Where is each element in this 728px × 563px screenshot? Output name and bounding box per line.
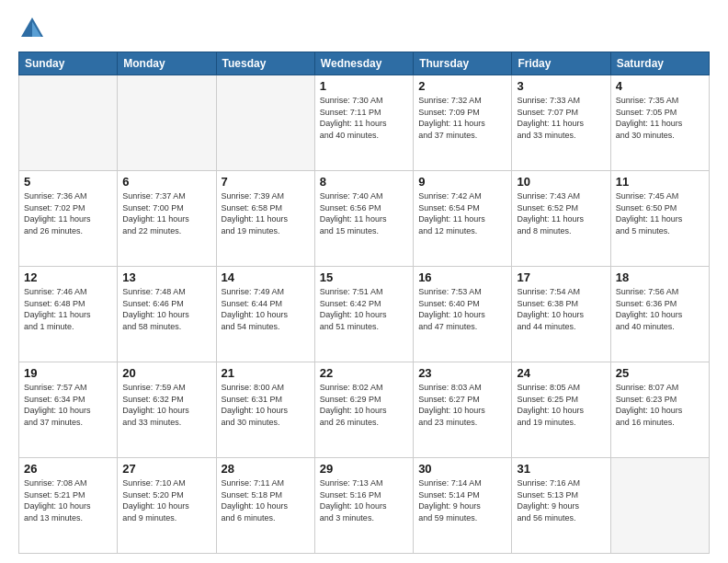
day-number: 24: [517, 366, 605, 380]
day-cell: 20Sunrise: 7:59 AM Sunset: 6:32 PM Dayli…: [118, 362, 216, 458]
day-number: 26: [24, 462, 112, 476]
day-info: Sunrise: 7:08 AM Sunset: 5:21 PM Dayligh…: [24, 477, 112, 523]
day-cell: 15Sunrise: 7:51 AM Sunset: 6:42 PM Dayli…: [314, 267, 413, 362]
day-number: 30: [418, 462, 506, 476]
day-info: Sunrise: 7:35 AM Sunset: 7:05 PM Dayligh…: [616, 95, 704, 141]
day-info: Sunrise: 7:33 AM Sunset: 7:07 PM Dayligh…: [517, 95, 605, 141]
day-cell: [19, 75, 118, 171]
week-row-3: 12Sunrise: 7:46 AM Sunset: 6:48 PM Dayli…: [19, 267, 710, 362]
col-header-sunday: Sunday: [19, 52, 118, 75]
day-number: 13: [122, 270, 210, 284]
day-cell: 17Sunrise: 7:54 AM Sunset: 6:38 PM Dayli…: [512, 267, 610, 362]
day-cell: [216, 75, 314, 171]
day-number: 29: [320, 462, 408, 476]
day-number: 7: [222, 175, 310, 189]
day-info: Sunrise: 7:49 AM Sunset: 6:44 PM Dayligh…: [222, 286, 310, 332]
day-info: Sunrise: 8:03 AM Sunset: 6:27 PM Dayligh…: [418, 382, 506, 428]
day-number: 15: [320, 270, 408, 284]
col-header-wednesday: Wednesday: [314, 52, 413, 75]
day-cell: 30Sunrise: 7:14 AM Sunset: 5:14 PM Dayli…: [414, 458, 512, 554]
day-cell: 21Sunrise: 8:00 AM Sunset: 6:31 PM Dayli…: [216, 362, 314, 458]
col-header-friday: Friday: [512, 52, 610, 75]
day-number: 17: [517, 270, 605, 284]
day-number: 20: [122, 366, 210, 380]
day-number: 5: [24, 175, 112, 189]
day-cell: 4Sunrise: 7:35 AM Sunset: 7:05 PM Daylig…: [610, 75, 709, 171]
day-number: 31: [517, 462, 605, 476]
day-cell: 23Sunrise: 8:03 AM Sunset: 6:27 PM Dayli…: [414, 362, 512, 458]
day-number: 22: [320, 366, 408, 380]
day-number: 21: [222, 366, 310, 380]
day-cell: 27Sunrise: 7:10 AM Sunset: 5:20 PM Dayli…: [118, 458, 216, 554]
day-number: 9: [418, 175, 506, 189]
day-info: Sunrise: 7:16 AM Sunset: 5:13 PM Dayligh…: [517, 477, 605, 523]
day-number: 1: [320, 79, 408, 93]
day-cell: 28Sunrise: 7:11 AM Sunset: 5:18 PM Dayli…: [216, 458, 314, 554]
day-cell: 13Sunrise: 7:48 AM Sunset: 6:46 PM Dayli…: [118, 267, 216, 362]
day-cell: 11Sunrise: 7:45 AM Sunset: 6:50 PM Dayli…: [610, 171, 709, 267]
day-cell: 2Sunrise: 7:32 AM Sunset: 7:09 PM Daylig…: [414, 75, 512, 171]
calendar-header-row: SundayMondayTuesdayWednesdayThursdayFrid…: [19, 52, 710, 75]
week-row-1: 1Sunrise: 7:30 AM Sunset: 7:11 PM Daylig…: [19, 75, 710, 171]
day-info: Sunrise: 7:59 AM Sunset: 6:32 PM Dayligh…: [122, 382, 210, 428]
day-number: 14: [222, 270, 310, 284]
day-cell: 22Sunrise: 8:02 AM Sunset: 6:29 PM Dayli…: [314, 362, 413, 458]
day-info: Sunrise: 8:07 AM Sunset: 6:23 PM Dayligh…: [616, 382, 704, 428]
day-cell: 19Sunrise: 7:57 AM Sunset: 6:34 PM Dayli…: [19, 362, 118, 458]
day-info: Sunrise: 7:48 AM Sunset: 6:46 PM Dayligh…: [122, 286, 210, 332]
week-row-2: 5Sunrise: 7:36 AM Sunset: 7:02 PM Daylig…: [19, 171, 710, 267]
day-info: Sunrise: 7:40 AM Sunset: 6:56 PM Dayligh…: [320, 190, 408, 236]
day-info: Sunrise: 7:56 AM Sunset: 6:36 PM Dayligh…: [616, 286, 704, 332]
day-info: Sunrise: 7:11 AM Sunset: 5:18 PM Dayligh…: [222, 477, 310, 523]
day-info: Sunrise: 8:05 AM Sunset: 6:25 PM Dayligh…: [517, 382, 605, 428]
header: [18, 15, 710, 42]
day-info: Sunrise: 7:30 AM Sunset: 7:11 PM Dayligh…: [320, 95, 408, 141]
day-info: Sunrise: 7:53 AM Sunset: 6:40 PM Dayligh…: [418, 286, 506, 332]
day-cell: 29Sunrise: 7:13 AM Sunset: 5:16 PM Dayli…: [314, 458, 413, 554]
day-cell: 12Sunrise: 7:46 AM Sunset: 6:48 PM Dayli…: [19, 267, 118, 362]
day-number: 4: [616, 79, 704, 93]
day-number: 25: [616, 366, 704, 380]
day-cell: 31Sunrise: 7:16 AM Sunset: 5:13 PM Dayli…: [512, 458, 610, 554]
logo-icon: [18, 15, 46, 42]
day-number: 23: [418, 366, 506, 380]
day-cell: 8Sunrise: 7:40 AM Sunset: 6:56 PM Daylig…: [314, 171, 413, 267]
day-cell: 10Sunrise: 7:43 AM Sunset: 6:52 PM Dayli…: [512, 171, 610, 267]
calendar-table: SundayMondayTuesdayWednesdayThursdayFrid…: [18, 52, 710, 554]
day-info: Sunrise: 7:37 AM Sunset: 7:00 PM Dayligh…: [122, 190, 210, 236]
day-cell: 3Sunrise: 7:33 AM Sunset: 7:07 PM Daylig…: [512, 75, 610, 171]
logo: [18, 15, 50, 42]
day-cell: [610, 458, 709, 554]
day-info: Sunrise: 7:45 AM Sunset: 6:50 PM Dayligh…: [616, 190, 704, 236]
day-info: Sunrise: 7:42 AM Sunset: 6:54 PM Dayligh…: [418, 190, 506, 236]
day-cell: 7Sunrise: 7:39 AM Sunset: 6:58 PM Daylig…: [216, 171, 314, 267]
day-cell: 6Sunrise: 7:37 AM Sunset: 7:00 PM Daylig…: [118, 171, 216, 267]
week-row-5: 26Sunrise: 7:08 AM Sunset: 5:21 PM Dayli…: [19, 458, 710, 554]
page: SundayMondayTuesdayWednesdayThursdayFrid…: [0, 0, 728, 563]
day-cell: [118, 75, 216, 171]
day-info: Sunrise: 7:10 AM Sunset: 5:20 PM Dayligh…: [122, 477, 210, 523]
day-info: Sunrise: 7:51 AM Sunset: 6:42 PM Dayligh…: [320, 286, 408, 332]
col-header-saturday: Saturday: [610, 52, 709, 75]
day-info: Sunrise: 7:36 AM Sunset: 7:02 PM Dayligh…: [24, 190, 112, 236]
day-info: Sunrise: 7:13 AM Sunset: 5:16 PM Dayligh…: [320, 477, 408, 523]
col-header-monday: Monday: [118, 52, 216, 75]
day-info: Sunrise: 7:54 AM Sunset: 6:38 PM Dayligh…: [517, 286, 605, 332]
day-cell: 1Sunrise: 7:30 AM Sunset: 7:11 PM Daylig…: [314, 75, 413, 171]
day-number: 6: [122, 175, 210, 189]
day-number: 11: [616, 175, 704, 189]
day-info: Sunrise: 7:43 AM Sunset: 6:52 PM Dayligh…: [517, 190, 605, 236]
col-header-tuesday: Tuesday: [216, 52, 314, 75]
day-number: 16: [418, 270, 506, 284]
day-cell: 18Sunrise: 7:56 AM Sunset: 6:36 PM Dayli…: [610, 267, 709, 362]
day-number: 19: [24, 366, 112, 380]
day-number: 3: [517, 79, 605, 93]
day-info: Sunrise: 8:00 AM Sunset: 6:31 PM Dayligh…: [222, 382, 310, 428]
day-info: Sunrise: 7:57 AM Sunset: 6:34 PM Dayligh…: [24, 382, 112, 428]
day-cell: 16Sunrise: 7:53 AM Sunset: 6:40 PM Dayli…: [414, 267, 512, 362]
day-number: 8: [320, 175, 408, 189]
day-cell: 25Sunrise: 8:07 AM Sunset: 6:23 PM Dayli…: [610, 362, 709, 458]
day-cell: 24Sunrise: 8:05 AM Sunset: 6:25 PM Dayli…: [512, 362, 610, 458]
week-row-4: 19Sunrise: 7:57 AM Sunset: 6:34 PM Dayli…: [19, 362, 710, 458]
day-number: 12: [24, 270, 112, 284]
